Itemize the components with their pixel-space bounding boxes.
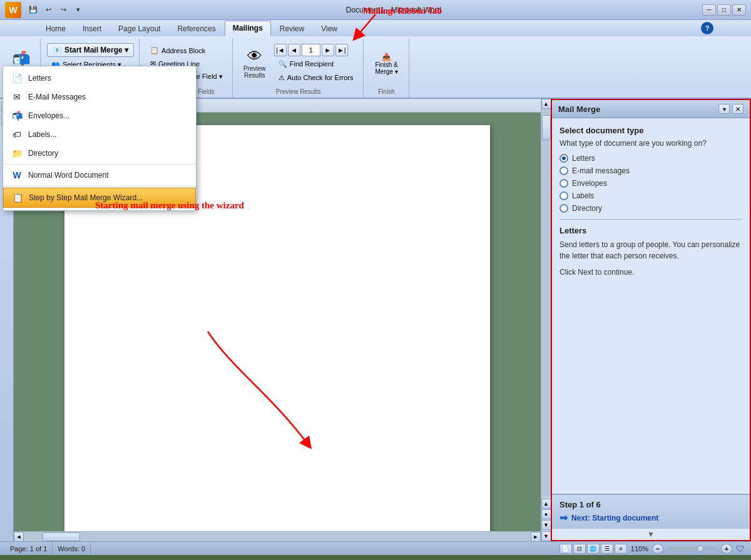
preview-results-group-label: Preview Results xyxy=(276,88,321,96)
menu-item-envelopes[interactable]: 📬 Envelopes... xyxy=(3,106,196,125)
close-button[interactable]: ✕ xyxy=(732,4,746,16)
address-block-label: Address Block xyxy=(161,47,205,54)
next-step-label: Next: Starting document xyxy=(571,514,658,522)
navigation-group: |◄ ◄ ► ►| xyxy=(274,44,358,56)
quick-access-toolbar: 💾 ↩ ↪ ▾ xyxy=(26,3,85,17)
tab-mailings[interactable]: Mailings xyxy=(225,21,271,36)
web-layout-view-button[interactable]: 🌐 xyxy=(587,544,600,554)
menu-item-email[interactable]: ✉ E-Mail Messages xyxy=(3,88,196,106)
vertical-scrollbar[interactable]: ▲ ▲ ● ▼ ▼ xyxy=(541,99,551,541)
minimize-button[interactable]: ─ xyxy=(702,4,716,16)
view-buttons: 📄 ⊡ 🌐 ☰ ≡ xyxy=(559,544,627,554)
envelopes-menu-icon: 📬 xyxy=(11,109,23,122)
letters-menu-label: Letters xyxy=(28,74,51,83)
panel-body: Select document type What type of docume… xyxy=(552,118,750,494)
v-scroll-track[interactable] xyxy=(541,109,551,497)
menu-separator-2 xyxy=(3,186,196,186)
panel-scroll-down[interactable]: ▼ xyxy=(552,529,750,540)
radio-label-labels: Labels xyxy=(572,191,594,200)
outline-view-button[interactable]: ☰ xyxy=(601,544,613,554)
wizard-menu-icon: 📋 xyxy=(11,191,24,204)
menu-item-letters[interactable]: 📄 Letters xyxy=(3,69,196,88)
draft-view-button[interactable]: ≡ xyxy=(615,544,627,554)
panel-title: Mail Merge xyxy=(558,104,600,114)
ribbon-group-finish: 📤 Finish &Merge ▾ Finish xyxy=(365,39,409,98)
panel-dropdown-button[interactable]: ▾ xyxy=(718,104,730,114)
radio-letters[interactable]: Letters xyxy=(559,154,742,163)
wizard-annotation: Starting mail merge using the wizard xyxy=(95,200,244,211)
prev-page-button[interactable]: ▲ xyxy=(541,499,551,509)
tab-insert[interactable]: Insert xyxy=(74,21,110,36)
save-button[interactable]: 💾 xyxy=(26,3,40,17)
preview-results-content: 👁 PreviewResults |◄ ◄ ► ►| 🔍 Find Recip xyxy=(239,40,358,87)
labels-menu-icon: 🏷 xyxy=(11,128,23,141)
menu-item-labels[interactable]: 🏷 Labels... xyxy=(3,125,196,144)
panel-close-button[interactable]: ✕ xyxy=(732,104,743,114)
radio-circle-directory[interactable] xyxy=(559,204,568,213)
next-step-button[interactable]: ➡ Next: Starting document xyxy=(559,512,742,524)
tab-home[interactable]: Home xyxy=(38,21,74,36)
mail-merge-panel: Mail Merge ▾ ✕ Select document type What… xyxy=(551,99,751,541)
finish-merge-button[interactable]: 📤 Finish &Merge ▾ xyxy=(370,50,404,78)
first-record-button[interactable]: |◄ xyxy=(274,44,287,56)
address-block-icon: 📋 xyxy=(150,46,159,54)
tab-page-layout[interactable]: Page Layout xyxy=(110,21,168,36)
help-button[interactable]: ? xyxy=(701,22,713,34)
print-layout-view-button[interactable]: 📄 xyxy=(559,544,572,554)
qa-dropdown-button[interactable]: ▾ xyxy=(71,3,85,17)
preview-results-label: PreviewResults xyxy=(243,65,266,79)
office-logo[interactable]: W xyxy=(5,2,21,18)
radio-circle-envelopes[interactable] xyxy=(559,179,568,188)
zoom-out-button[interactable]: − xyxy=(652,544,663,554)
address-block-button[interactable]: 📋 Address Block xyxy=(146,44,227,56)
horizontal-scrollbar[interactable]: ◄ ► xyxy=(14,531,541,541)
scroll-right-button[interactable]: ► xyxy=(531,532,541,542)
ribbon-tabs: Home Insert Page Layout References Maili… xyxy=(0,20,751,36)
zoom-in-button[interactable]: + xyxy=(721,544,732,554)
select-browse-object-button[interactable]: ● xyxy=(541,509,551,519)
radio-circle-email[interactable] xyxy=(559,166,568,175)
zoom-slider[interactable] xyxy=(667,547,717,551)
scroll-down-button[interactable]: ▼ xyxy=(541,531,551,541)
tab-review[interactable]: Review xyxy=(272,21,312,36)
h-scroll-thumb[interactable] xyxy=(43,532,80,541)
radio-envelopes[interactable]: Envelopes xyxy=(559,179,742,188)
undo-button[interactable]: ↩ xyxy=(41,3,55,17)
preview-results-button[interactable]: 👁 PreviewResults xyxy=(239,47,270,81)
tab-view[interactable]: View xyxy=(313,21,345,36)
v-scroll-thumb[interactable] xyxy=(542,115,551,140)
find-recipient-button[interactable]: 🔍 Find Recipient xyxy=(274,58,358,70)
last-record-button[interactable]: ►| xyxy=(335,44,348,56)
auto-check-errors-button[interactable]: ⚠ Auto Check for Errors xyxy=(274,72,358,84)
menu-item-normal-word[interactable]: W Normal Word Document xyxy=(3,166,196,185)
next-record-button[interactable]: ► xyxy=(322,44,334,56)
record-number-input[interactable] xyxy=(302,44,320,56)
email-menu-icon: ✉ xyxy=(11,91,23,103)
panel-scroll-down-button[interactable]: ▼ xyxy=(647,530,655,539)
tab-references[interactable]: References xyxy=(169,21,223,36)
radio-circle-letters[interactable] xyxy=(559,154,568,163)
radio-email[interactable]: E-mail messages xyxy=(559,166,742,175)
title-bar-left: W 💾 ↩ ↪ ▾ xyxy=(5,2,85,18)
full-screen-view-button[interactable]: ⊡ xyxy=(573,544,586,554)
start-mail-merge-button[interactable]: 📧 Start Mail Merge ▾ xyxy=(47,43,134,57)
radio-labels[interactable]: Labels xyxy=(559,191,742,200)
radio-directory[interactable]: Directory xyxy=(559,204,742,213)
scroll-up-button[interactable]: ▲ xyxy=(541,99,551,109)
step-bar: Step 1 of 6 ➡ Next: Starting document xyxy=(552,494,750,529)
letters-description: Send letters to a group of people. You c… xyxy=(559,239,742,262)
zoom-thumb xyxy=(697,546,703,552)
menu-item-directory[interactable]: 📁 Directory xyxy=(3,144,196,163)
radio-circle-labels[interactable] xyxy=(559,191,568,200)
envelopes-labels-icon: 📬 xyxy=(12,52,31,67)
find-recipient-icon: 🔍 xyxy=(278,60,287,68)
scroll-left-button[interactable]: ◄ xyxy=(14,532,24,542)
mail-merge-icon: 📧 xyxy=(53,46,62,54)
prev-record-button[interactable]: ◄ xyxy=(288,44,300,56)
menu-separator xyxy=(3,164,196,165)
security-icon: 🛡 xyxy=(736,544,746,554)
h-scroll-track[interactable] xyxy=(24,532,531,541)
maximize-button[interactable]: □ xyxy=(717,4,731,16)
redo-button[interactable]: ↪ xyxy=(56,3,70,17)
next-page-button[interactable]: ▼ xyxy=(541,520,551,530)
